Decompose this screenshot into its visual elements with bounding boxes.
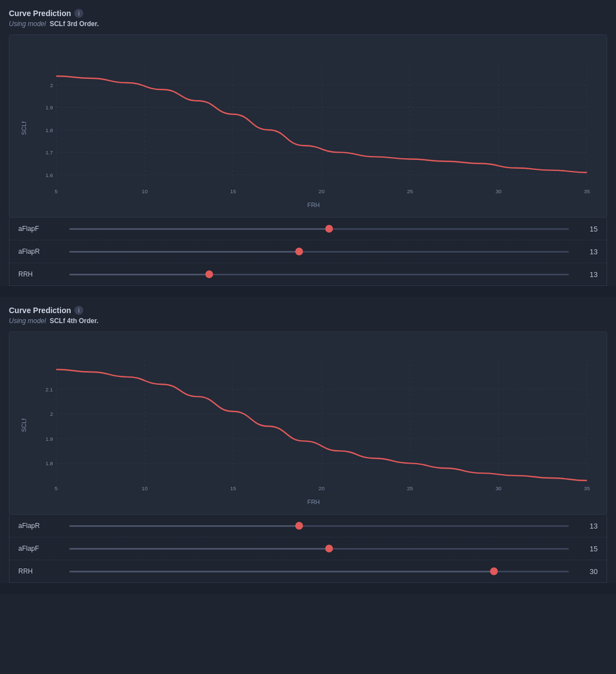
svg-text:1.7: 1.7 <box>46 149 53 155</box>
slider-thumb-1[interactable] <box>295 248 303 255</box>
slider-thumb-0[interactable] <box>325 225 333 233</box>
svg-text:15: 15 <box>230 188 236 194</box>
slider-row-0: aFlapF 15 <box>9 218 607 240</box>
svg-text:20: 20 <box>319 485 325 491</box>
slider-label-0: aFlapF <box>18 225 63 233</box>
svg-text:5: 5 <box>55 485 58 491</box>
slider-value-1: 13 <box>575 248 598 256</box>
chart-section-0: Curve Prediction i Using model SCLf 3rd … <box>0 0 616 286</box>
slider-track-container-0[interactable] <box>69 520 569 531</box>
chart-svg-1: 2.121.91.8 5101520253035 <box>29 341 598 496</box>
svg-text:1.6: 1.6 <box>46 172 53 178</box>
slider-fill-2 <box>69 571 494 572</box>
svg-text:35: 35 <box>584 485 590 491</box>
model-name-1: SCLf 4th Order. <box>49 317 98 325</box>
slider-label-2: RRH <box>18 270 63 278</box>
slider-track-1 <box>69 251 569 253</box>
chart-area-1: 2.121.91.8 5101520253035 <box>29 341 598 496</box>
svg-text:2: 2 <box>50 82 53 88</box>
svg-text:35: 35 <box>584 188 590 194</box>
section-divider-0 <box>0 286 616 297</box>
svg-text:1.8: 1.8 <box>46 127 53 133</box>
using-model-1: Using model SCLf 4th Order. <box>9 317 607 325</box>
chart-container-1: SCLf 2.121.91.8 5101520253035 FRH <box>9 331 607 515</box>
slider-label-1: aFlapF <box>18 545 63 552</box>
slider-value-2: 13 <box>575 270 598 279</box>
slider-track-container-2[interactable] <box>69 269 569 280</box>
slider-label-2: RRH <box>18 567 63 575</box>
slider-fill-1 <box>69 548 329 550</box>
svg-text:30: 30 <box>496 485 502 491</box>
slider-row-2: RRH 13 <box>9 263 607 285</box>
slider-track-container-1[interactable] <box>69 543 569 554</box>
slider-thumb-2[interactable] <box>205 270 213 278</box>
slider-row-2: RRH 30 <box>9 560 607 582</box>
slider-fill-0 <box>69 228 329 230</box>
svg-text:10: 10 <box>142 485 148 491</box>
svg-text:15: 15 <box>230 485 236 491</box>
slider-thumb-1[interactable] <box>325 545 333 552</box>
section-divider-1 <box>0 583 616 594</box>
svg-text:25: 25 <box>407 188 413 194</box>
slider-track-container-0[interactable] <box>69 223 569 234</box>
x-axis-label-1: FRH <box>29 496 598 510</box>
using-model-0: Using model SCLf 3rd Order. <box>9 20 607 28</box>
svg-text:1.9: 1.9 <box>46 104 53 110</box>
chart-section-1: Curve Prediction i Using model SCLf 4th … <box>0 297 616 583</box>
slider-row-0: aFlapR 13 <box>9 515 607 537</box>
x-axis-label-0: FRH <box>29 199 598 213</box>
slider-fill-1 <box>69 251 299 253</box>
sliders-section-0: aFlapF 15 aFlapR 13 <box>9 218 607 286</box>
section-title-1: Curve Prediction i <box>9 306 607 315</box>
slider-thumb-0[interactable] <box>295 522 303 530</box>
slider-track-1 <box>69 548 569 550</box>
svg-text:1.9: 1.9 <box>46 436 53 442</box>
title-text-1: Curve Prediction <box>9 306 71 315</box>
slider-label-0: aFlapR <box>18 522 63 530</box>
y-axis-label-1: SCLf <box>21 419 27 432</box>
chart-svg-0: 21.91.81.71.6 5101520253035 <box>29 44 598 199</box>
svg-text:1.8: 1.8 <box>46 460 53 466</box>
slider-track-0 <box>69 525 569 527</box>
svg-text:2.1: 2.1 <box>46 386 53 393</box>
slider-row-1: aFlapR 13 <box>9 240 607 263</box>
slider-value-0: 13 <box>575 522 598 530</box>
model-name-0: SCLf 3rd Order. <box>49 20 99 28</box>
svg-text:30: 30 <box>496 188 502 194</box>
slider-track-2 <box>69 274 569 275</box>
slider-track-0 <box>69 228 569 230</box>
title-text-0: Curve Prediction <box>9 9 71 18</box>
slider-value-2: 30 <box>575 567 598 576</box>
slider-fill-2 <box>69 274 209 275</box>
slider-value-1: 15 <box>575 545 598 553</box>
slider-label-1: aFlapR <box>18 248 63 255</box>
section-title-0: Curve Prediction i <box>9 9 607 18</box>
svg-text:10: 10 <box>142 188 148 194</box>
y-axis-label-0: SCLf <box>21 122 27 135</box>
slider-thumb-2[interactable] <box>490 567 498 575</box>
slider-value-0: 15 <box>575 225 598 233</box>
chart-area-0: 21.91.81.71.6 5101520253035 <box>29 44 598 199</box>
slider-track-2 <box>69 571 569 572</box>
chart-container-0: SCLf 21.91.81.71.6 5101520253035 FRH <box>9 34 607 218</box>
svg-text:20: 20 <box>319 188 325 194</box>
svg-text:25: 25 <box>407 485 413 491</box>
info-icon-0[interactable]: i <box>74 9 83 18</box>
svg-text:2: 2 <box>50 411 53 417</box>
slider-row-1: aFlapF 15 <box>9 537 607 560</box>
slider-track-container-2[interactable] <box>69 566 569 577</box>
info-icon-1[interactable]: i <box>74 306 83 315</box>
sliders-section-1: aFlapR 13 aFlapF 15 <box>9 515 607 583</box>
slider-track-container-1[interactable] <box>69 246 569 257</box>
svg-text:5: 5 <box>55 188 58 194</box>
slider-fill-0 <box>69 525 299 527</box>
